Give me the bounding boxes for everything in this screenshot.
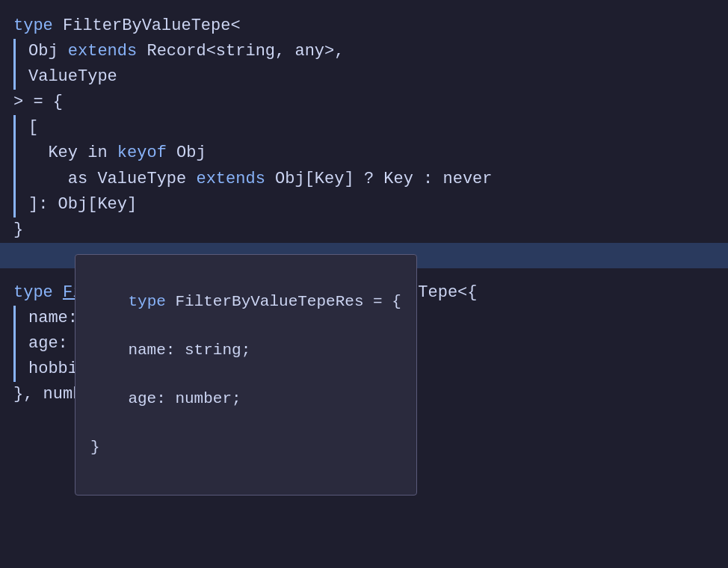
code-text: ValueType <box>28 64 117 90</box>
code-line-2: Obj extends Record<string, any>, <box>28 39 728 64</box>
code-line-1: type FilterByValueTepe< <box>13 13 728 39</box>
code-text: Obj[Key] ? Key : never <box>265 167 493 192</box>
keyword-type: type <box>13 13 63 39</box>
keyword-keyof: keyof <box>117 141 167 166</box>
keyword-extends: extends <box>68 39 137 64</box>
code-text: Key in <box>28 141 117 166</box>
tooltip-close: } <box>90 439 100 456</box>
code-line-7: as ValueType extends Obj[Key] ? Key : ne… <box>28 167 728 192</box>
code-line-3: ValueType <box>28 64 728 90</box>
code-line-8: ]: Obj[Key] <box>28 192 728 217</box>
code-text: Record<string, any>, <box>137 39 344 64</box>
code-line-9: } <box>13 217 728 243</box>
code-block-generic: Obj extends Record<string, any>, ValueTy… <box>13 39 728 90</box>
tooltip-body-name: name: string; <box>90 342 250 359</box>
code-text: [ <box>28 115 38 141</box>
tooltip-name: FilterByValueTepeRes = { <box>166 293 401 310</box>
tooltip-popup: type FilterByValueTepeRes = { name: stri… <box>75 254 417 496</box>
code-text: > = { <box>13 90 63 115</box>
tooltip-body-age: age: number; <box>90 390 241 407</box>
code-text: FilterByValueTepe< <box>63 13 241 39</box>
keyword-type-bottom: type <box>13 280 63 306</box>
keyword-extends-2: extends <box>196 167 265 192</box>
code-text: Obj <box>167 141 206 166</box>
code-line-6: Key in keyof Obj <box>28 141 728 166</box>
code-line-5: [ <box>28 115 728 141</box>
code-line-4: > = { <box>13 90 728 115</box>
code-editor: type FilterByValueTepe< Obj extends Reco… <box>0 0 728 282</box>
code-text: Obj <box>28 39 68 64</box>
code-text: ]: Obj[Key] <box>28 192 137 217</box>
code-block-mapped: [ Key in keyof Obj as ValueType extends … <box>13 115 728 217</box>
tooltip-keyword-type: type <box>128 293 165 310</box>
code-text: } <box>13 217 23 243</box>
code-text: as ValueType <box>28 167 196 192</box>
